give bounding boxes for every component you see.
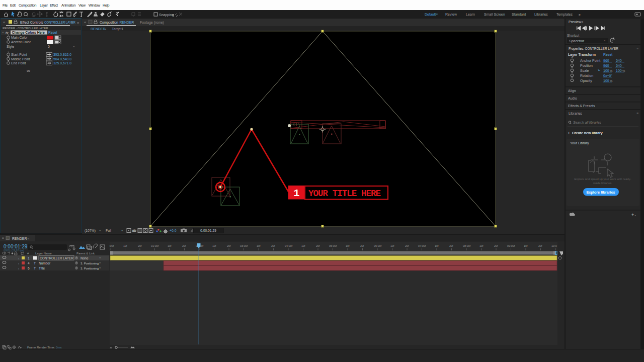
svg-text:3. Positioning: 3. Positioning <box>80 267 99 270</box>
svg-text:Properties: CONTROLLER LAYER: Properties: CONTROLLER LAYER <box>569 47 618 51</box>
svg-text:Shortcut: Shortcut <box>567 34 579 37</box>
svg-text:˅: ˅ <box>99 229 101 232</box>
svg-text:Libraries: Libraries <box>534 13 548 16</box>
svg-text:˅: ˅ <box>73 45 75 48</box>
svg-text:Templates: Templates <box>556 13 573 17</box>
svg-text:˅: ˅ <box>99 261 101 264</box>
svg-text:+: + <box>631 212 634 217</box>
svg-text:Create new library: Create new library <box>572 131 603 135</box>
svg-text:˅: ˅ <box>99 256 101 259</box>
svg-text:Start Point: Start Point <box>11 53 27 56</box>
svg-text:T: T <box>34 266 36 270</box>
svg-text:≡: ≡ <box>581 20 583 24</box>
svg-text:540: 540 <box>616 64 622 67</box>
svg-text:RENDER · CONTROLLER LAYER: RENDER · CONTROLLER LAYER <box>3 26 48 30</box>
svg-text:Effects & Presets: Effects & Presets <box>568 104 595 108</box>
svg-text:%: % <box>610 69 613 72</box>
svg-text:Explore and speed up your work: Explore and speed up your work with read… <box>574 177 631 180</box>
svg-text:Learn: Learn <box>466 13 475 16</box>
svg-text:≡: ≡ <box>636 112 638 115</box>
svg-text:10f: 10f <box>346 244 350 247</box>
svg-text:564.0,540.0: 564.0,540.0 <box>53 57 71 61</box>
svg-text:10f: 10f <box>123 244 127 247</box>
svg-text:%: % <box>622 69 625 72</box>
svg-text:Preview: Preview <box>569 20 582 24</box>
svg-text:03:00f: 03:00f <box>240 244 248 247</box>
svg-text:Composition: Composition <box>100 21 118 25</box>
svg-text:Explore libraries: Explore libraries <box>586 190 615 195</box>
svg-text:Full: Full <box>106 229 111 232</box>
svg-text:0:00:01:29: 0:00:01:29 <box>200 229 216 232</box>
svg-text:5: 5 <box>48 45 50 48</box>
svg-text:Frame Render Time:: Frame Render Time: <box>27 345 55 349</box>
svg-text:20f: 20f <box>271 244 275 247</box>
svg-text:08:00f: 08:00f <box>463 244 471 247</box>
svg-text:3D: 3D <box>132 229 136 232</box>
svg-text:00001 (29.97 fps): 00001 (29.97 fps) <box>4 249 24 252</box>
svg-text:Parent & Link: Parent & Link <box>76 252 95 255</box>
svg-text:10:0: 10:0 <box>551 244 557 247</box>
svg-text:10f: 10f <box>435 244 439 247</box>
svg-text:20f: 20f <box>538 244 542 247</box>
svg-text:20f: 20f <box>138 244 142 247</box>
svg-text:×: × <box>105 28 107 31</box>
svg-text:«: « <box>84 20 87 25</box>
svg-text:960: 960 <box>603 64 609 67</box>
svg-text:Align: Align <box>568 89 576 93</box>
svg-text:960: 960 <box>603 59 609 62</box>
svg-text:CONTROLLER LAYER: CONTROLLER LAYER <box>40 256 73 260</box>
svg-text:Spacebar: Spacebar <box>569 39 585 43</box>
svg-text:≡: ≡ <box>436 13 438 16</box>
svg-text:%: % <box>610 79 613 82</box>
svg-text:YOUR TITLE HERE: YOUR TITLE HERE <box>308 189 381 199</box>
svg-text:07:00f: 07:00f <box>418 244 426 247</box>
svg-text:Effect Controls: Effect Controls <box>20 21 43 24</box>
svg-text:10f: 10f <box>257 244 261 247</box>
svg-text:Reset: Reset <box>48 31 57 34</box>
svg-text:0ms: 0ms <box>56 345 62 349</box>
svg-text:˅: ˅ <box>121 229 123 232</box>
svg-text:Number: Number <box>39 261 51 265</box>
svg-text:RENDER: RENDER <box>12 237 27 240</box>
svg-text:+0.0: +0.0 <box>170 229 177 232</box>
svg-text:10f: 10f <box>212 244 216 247</box>
svg-text:+: + <box>568 131 570 136</box>
svg-text:≡: ≡ <box>71 21 73 24</box>
svg-text:≡: ≡ <box>27 237 29 240</box>
svg-text:06:00f: 06:00f <box>374 244 382 247</box>
svg-text:fx: fx <box>6 31 9 35</box>
svg-text:Scale: Scale <box>580 69 589 72</box>
svg-text:4: 4 <box>28 261 30 265</box>
svg-text:Middle Point: Middle Point <box>11 57 30 61</box>
svg-text:made libraries.: made libraries. <box>593 182 612 185</box>
svg-text:3. Positioning: 3. Positioning <box>80 262 99 265</box>
svg-text:05:00f: 05:00f <box>329 244 337 247</box>
svg-text:10f: 10f <box>168 244 172 247</box>
svg-text:«: « <box>3 20 6 25</box>
svg-text:(107%): (107%) <box>85 229 96 233</box>
svg-text:˅: ˅ <box>604 39 606 42</box>
svg-text:Default: Default <box>425 13 436 16</box>
svg-text:20f: 20f <box>227 244 231 247</box>
svg-text:›: › <box>18 257 19 260</box>
svg-text:20f: 20f <box>316 244 320 247</box>
svg-text:10f: 10f <box>479 244 484 247</box>
svg-text:Snapping: Snapping <box>159 13 174 17</box>
svg-text:Anchor Point: Anchor Point <box>580 59 600 62</box>
svg-text:Style: Style <box>7 45 14 49</box>
svg-text:»: » <box>77 21 79 25</box>
svg-text:01:00f: 01:00f <box>151 244 159 247</box>
svg-text:1: 1 <box>28 256 30 260</box>
svg-text:∞: ∞ <box>27 68 30 73</box>
svg-text:#: # <box>27 252 29 255</box>
svg-text:100: 100 <box>616 69 622 72</box>
svg-text:Libraries: Libraries <box>569 112 582 115</box>
svg-text:≡: ≡ <box>132 21 134 24</box>
svg-text:Standard: Standard <box>512 13 526 16</box>
svg-text:›: › <box>18 267 19 270</box>
svg-text:Title: Title <box>39 266 45 270</box>
svg-text:RENDER: RENDER <box>91 27 106 31</box>
svg-text:End Point: End Point <box>11 61 26 65</box>
svg-text:˅: ˅ <box>2 31 4 34</box>
svg-text:Footage (none): Footage (none) <box>140 21 164 25</box>
